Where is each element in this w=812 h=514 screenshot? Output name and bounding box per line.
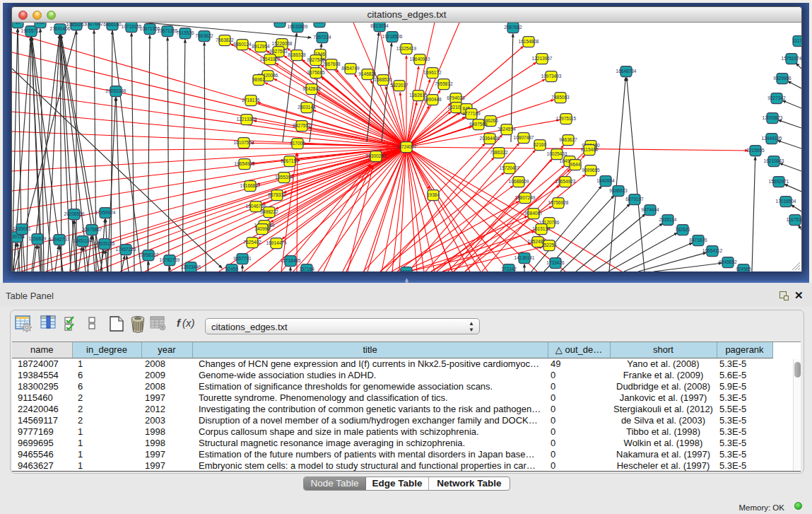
svg-text:16033809: 16033809 — [288, 24, 308, 29]
svg-text:3624554: 3624554 — [498, 127, 516, 132]
svg-text:19: 19 — [15, 23, 20, 25]
svg-text:20364436: 20364436 — [480, 136, 500, 141]
svg-text:12213389: 12213389 — [237, 117, 257, 122]
svg-text:7386322: 7386322 — [490, 150, 508, 155]
svg-text:9084067: 9084067 — [524, 211, 543, 216]
svg-text:9115460: 9115460 — [581, 147, 599, 152]
svg-text:12975115: 12975115 — [556, 116, 577, 121]
svg-text:18640910: 18640910 — [410, 57, 430, 62]
svg-text:9338923: 9338923 — [609, 188, 628, 193]
svg-text:917006: 917006 — [290, 141, 305, 146]
svg-text:732621: 732621 — [675, 227, 690, 232]
svg-text:140994: 140994 — [254, 226, 270, 231]
svg-text:924565: 924565 — [736, 267, 751, 271]
svg-text:8215955: 8215955 — [746, 148, 765, 153]
svg-text:15716485: 15716485 — [281, 258, 301, 263]
svg-text:98962: 98962 — [252, 77, 265, 82]
svg-text:9329966: 9329966 — [773, 76, 792, 81]
svg-text:8267150: 8267150 — [281, 158, 299, 163]
svg-text:9777169: 9777169 — [462, 111, 481, 116]
svg-text:1696172: 1696172 — [423, 70, 442, 75]
svg-text:1588520: 1588520 — [374, 77, 392, 82]
svg-text:15226058: 15226058 — [272, 41, 293, 46]
svg-text:2718176: 2718176 — [242, 98, 260, 103]
svg-text:18807249: 18807249 — [515, 195, 536, 200]
svg-text:10853267: 10853267 — [66, 23, 87, 27]
svg-text:9242848: 9242848 — [302, 86, 321, 91]
svg-text:8912954: 8912954 — [252, 44, 270, 49]
svg-text:3498222: 3498222 — [260, 209, 278, 214]
svg-text:96583: 96583 — [400, 269, 413, 271]
svg-text:10654112: 10654112 — [702, 248, 723, 253]
svg-text:9245652: 9245652 — [719, 259, 737, 264]
svg-text:19055712: 19055712 — [21, 28, 42, 33]
svg-text:6466160: 6466160 — [103, 23, 122, 27]
svg-text:252254: 252254 — [541, 243, 557, 247]
svg-text:12923446: 12923446 — [181, 264, 201, 269]
svg-text:8454749: 8454749 — [341, 66, 360, 71]
svg-text:10688609: 10688609 — [509, 179, 529, 184]
svg-text:1615132: 1615132 — [532, 226, 551, 231]
svg-text:7515526: 7515526 — [176, 30, 194, 35]
svg-text:16107553: 16107553 — [234, 140, 254, 145]
svg-text:10756928: 10756928 — [548, 200, 569, 205]
svg-text:19654923: 19654923 — [555, 179, 576, 184]
svg-text:11451194: 11451194 — [73, 238, 93, 243]
svg-text:19384: 19384 — [427, 192, 440, 197]
svg-text:6879197: 6879197 — [625, 197, 644, 201]
svg-text:173342: 173342 — [501, 267, 517, 271]
svg-text:19654925: 19654925 — [235, 161, 255, 166]
svg-text:2935114: 2935114 — [659, 217, 677, 222]
svg-text:12444195: 12444195 — [762, 136, 782, 141]
svg-text:10958107: 10958107 — [139, 252, 159, 257]
svg-text:12093873: 12093873 — [763, 115, 783, 120]
svg-text:16782759: 16782759 — [160, 257, 180, 262]
svg-text:1355394: 1355394 — [275, 175, 293, 180]
svg-text:8186328: 8186328 — [288, 52, 306, 57]
svg-text:9327503: 9327503 — [269, 49, 288, 54]
svg-text:16210643: 16210643 — [764, 158, 784, 163]
svg-text:15692971: 15692971 — [769, 179, 789, 184]
svg-text:10973493: 10973493 — [541, 74, 562, 78]
svg-text:16154808: 16154808 — [519, 39, 539, 44]
svg-text:15751074: 15751074 — [782, 56, 801, 61]
svg-text:7625402: 7625402 — [243, 240, 261, 245]
svg-text:29053346: 29053346 — [106, 88, 126, 93]
svg-text:16648784: 16648784 — [616, 69, 637, 74]
svg-text:8990448: 8990448 — [423, 97, 442, 102]
svg-text:11325419: 11325419 — [396, 46, 417, 51]
svg-text:1527602: 1527602 — [85, 23, 103, 26]
svg-text:9644: 9644 — [570, 162, 581, 167]
svg-text:15720407: 15720407 — [500, 165, 520, 170]
svg-text:1535061: 1535061 — [13, 226, 31, 231]
svg-text:1640954: 1640954 — [596, 178, 615, 183]
svg-text:7955812: 7955812 — [435, 81, 453, 86]
svg-text:12942737: 12942737 — [49, 237, 70, 242]
svg-text:16543362: 16543362 — [260, 57, 281, 62]
svg-text:12505135: 12505135 — [95, 241, 115, 246]
svg-text:9699695: 9699695 — [582, 168, 600, 173]
svg-text:19218506: 19218506 — [382, 34, 403, 39]
svg-text:19166827: 19166827 — [240, 183, 261, 188]
svg-text:1733426: 1733426 — [546, 260, 565, 265]
svg-text:6497568: 6497568 — [469, 122, 488, 127]
svg-text:10025433: 10025433 — [547, 151, 567, 156]
svg-text:2087682: 2087682 — [504, 25, 522, 30]
svg-text:8860124: 8860124 — [233, 42, 252, 47]
svg-text:9463627: 9463627 — [559, 137, 577, 142]
svg-text:20975867: 20975867 — [82, 227, 102, 232]
svg-text:28300293: 28300293 — [366, 153, 387, 158]
svg-text:9227342: 9227342 — [767, 95, 786, 100]
svg-text:9146821: 9146821 — [358, 71, 377, 76]
svg-text:17359924: 17359924 — [95, 210, 116, 215]
svg-text:62160: 62160 — [534, 142, 546, 147]
svg-text:1167533: 1167533 — [787, 217, 801, 222]
svg-text:9657791: 9657791 — [233, 256, 252, 261]
svg-text:18724007: 18724007 — [396, 144, 417, 149]
svg-text:8427552: 8427552 — [293, 123, 311, 128]
svg-text:157164: 157164 — [299, 267, 314, 271]
svg-text:92450: 92450 — [225, 267, 238, 271]
svg-text:2867608: 2867608 — [322, 62, 341, 66]
svg-text:208: 208 — [37, 23, 45, 25]
svg-text:7663822: 7663822 — [216, 37, 234, 42]
